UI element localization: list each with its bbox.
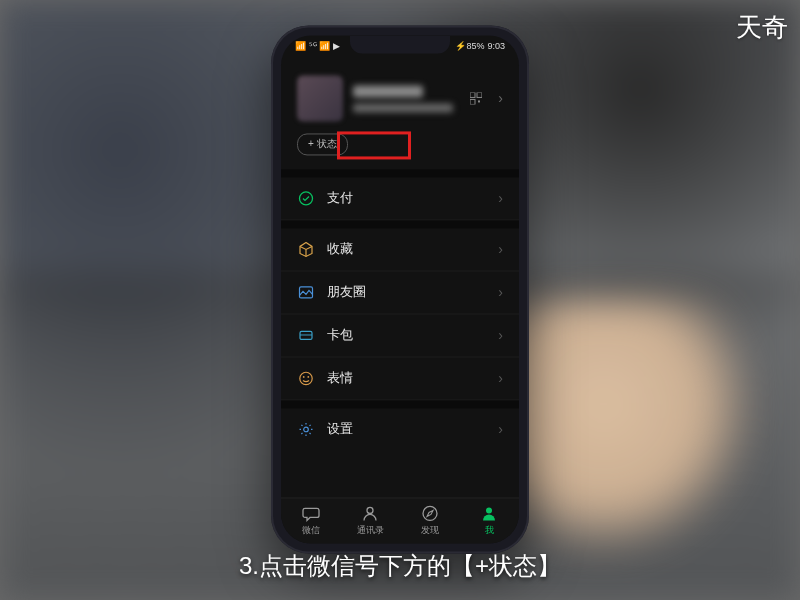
svg-rect-2: [470, 99, 475, 104]
status-row: + 状态: [281, 131, 519, 169]
menu-label: 朋友圈: [327, 283, 486, 301]
tab-label: 我: [485, 524, 494, 537]
menu-label: 卡包: [327, 326, 486, 344]
tab-me[interactable]: 我: [460, 498, 520, 543]
svg-rect-3: [478, 100, 480, 102]
svg-point-10: [307, 376, 309, 378]
tab-label: 发现: [421, 524, 439, 537]
chevron-right-icon: ›: [498, 327, 503, 343]
qr-code-icon[interactable]: [470, 92, 482, 104]
profile-info: [353, 85, 460, 112]
tab-contacts[interactable]: 通讯录: [341, 498, 401, 543]
menu-item-favorites[interactable]: 收藏 ›: [281, 228, 519, 271]
chevron-right-icon: ›: [498, 421, 503, 437]
svg-point-14: [486, 507, 492, 513]
add-status-button[interactable]: + 状态: [297, 133, 348, 155]
svg-point-4: [300, 192, 313, 205]
discover-icon: [421, 504, 439, 522]
settings-icon: [297, 420, 315, 438]
section-gap: [281, 220, 519, 228]
chevron-right-icon: ›: [498, 90, 503, 106]
svg-rect-0: [470, 92, 475, 97]
cards-icon: [297, 326, 315, 344]
svg-point-9: [303, 376, 305, 378]
phone-screen: 📶 ⁵ᴳ 📶 ▶ ⚡85% 9:03 › + 状态: [281, 35, 519, 543]
svg-rect-1: [477, 92, 482, 97]
svg-point-13: [423, 506, 437, 520]
menu-label: 支付: [327, 189, 486, 207]
menu-label: 收藏: [327, 240, 486, 258]
tutorial-caption: 3.点击微信号下方的【+状态】: [0, 550, 800, 582]
section-gap: [281, 400, 519, 408]
pay-icon: [297, 189, 315, 207]
stickers-icon: [297, 369, 315, 387]
menu-item-settings[interactable]: 设置 ›: [281, 408, 519, 450]
battery-text: ⚡85%: [455, 41, 484, 51]
chevron-right-icon: ›: [498, 284, 503, 300]
signal-icons: 📶 ⁵ᴳ 📶 ▶: [295, 41, 340, 51]
tab-label: 微信: [302, 524, 320, 537]
status-time: 9:03: [487, 41, 505, 51]
menu-item-cards[interactable]: 卡包 ›: [281, 314, 519, 357]
favorites-icon: [297, 240, 315, 258]
me-menu-list: 支付 › 收藏 › 朋友圈 ›: [281, 177, 519, 497]
contacts-icon: [361, 504, 379, 522]
menu-item-stickers[interactable]: 表情 ›: [281, 357, 519, 400]
phone-frame: 📶 ⁵ᴳ 📶 ▶ ⚡85% 9:03 › + 状态: [271, 25, 529, 553]
watermark-text: 天奇: [736, 10, 788, 45]
chevron-right-icon: ›: [498, 370, 503, 386]
menu-item-moments[interactable]: 朋友圈 ›: [281, 271, 519, 314]
menu-label: 表情: [327, 369, 486, 387]
menu-label: 设置: [327, 420, 486, 438]
me-icon: [480, 504, 498, 522]
tab-chats[interactable]: 微信: [281, 498, 341, 543]
svg-point-11: [304, 427, 309, 432]
moments-icon: [297, 283, 315, 301]
menu-item-pay[interactable]: 支付 ›: [281, 177, 519, 220]
tab-bar: 微信 通讯录 发现 我: [281, 497, 519, 543]
hand-blur: [500, 300, 760, 560]
chevron-right-icon: ›: [498, 241, 503, 257]
avatar: [297, 75, 343, 121]
tab-discover[interactable]: 发现: [400, 498, 460, 543]
section-gap: [281, 169, 519, 177]
chevron-right-icon: ›: [498, 190, 503, 206]
chat-icon: [302, 504, 320, 522]
tab-label: 通讯录: [357, 524, 384, 537]
profile-header[interactable]: ›: [281, 57, 519, 131]
svg-point-8: [300, 372, 312, 384]
svg-rect-7: [300, 334, 312, 336]
svg-point-12: [367, 507, 373, 513]
phone-notch: [350, 35, 450, 53]
